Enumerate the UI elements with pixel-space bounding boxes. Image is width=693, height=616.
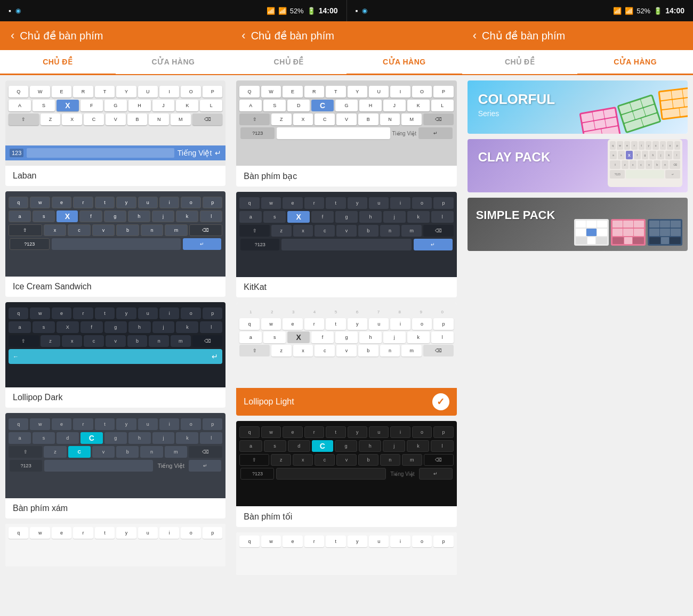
right-panel-title: Chủ đề bàn phím: [482, 29, 565, 42]
theme-lollipop-light-preview: 1 2 3 4 5 6 7 8 9 0 q: [236, 303, 456, 388]
tab-cua-hang-left[interactable]: CỬA HÀNG: [116, 50, 231, 74]
theme-silver-label: Bàn phím bạc: [236, 166, 456, 187]
tab-chu-de-right[interactable]: CHỦ ĐỀ: [462, 50, 578, 74]
theme-kitkat-label: KitKat: [236, 277, 456, 297]
theme-kitkat[interactable]: q w e r t y u i o p a: [236, 192, 456, 297]
left-panel-content: Q W E R T Y U I O P A: [0, 75, 231, 616]
middle-panel-content: Q W E R T Y U I O P A: [231, 75, 462, 616]
right-tab-bar: CHỦ ĐỀ CỬA HÀNG: [462, 50, 693, 75]
theme-lollipop-light-name: Lollipop Light: [244, 397, 294, 407]
colorful-series: Series: [478, 109, 499, 118]
battery-percent-right: 52%: [636, 7, 650, 15]
theme-dark[interactable]: q w e r t y u i o p a: [236, 421, 456, 527]
colorful-title: COLORFUL: [478, 91, 555, 108]
wifi-icon-left: 📶: [267, 7, 275, 15]
theme-lollipop-dark-preview: q w e r t y u i o p a: [5, 302, 225, 387]
status-bar-left: ▪ ◉ 📶 📶 52% 🔋 14:00: [0, 0, 346, 21]
theme-lollipop-dark[interactable]: q w e r t y u i o p a: [5, 302, 225, 408]
status-bar: ▪ ◉ 📶 📶 52% 🔋 14:00 ▪ ◉ 📶 📶 52% 🔋 14:00: [0, 0, 693, 21]
clay-keyboard-preview: q w e r t y u i o p a: [608, 139, 682, 187]
theme-partial-left[interactable]: q w e r t y u i o p: [5, 524, 225, 566]
theme-lollipop-dark-label: Lollipop Dark: [5, 387, 225, 408]
store-colorful-preview: COLORFUL Series: [468, 80, 688, 134]
theme-gray[interactable]: q w e r t y u i o p a: [5, 413, 225, 518]
theme-laban-label: Laban: [5, 166, 225, 186]
screenshot-icon-r: ▪: [356, 6, 358, 15]
left-tab-bar: CHỦ ĐỀ CỬA HÀNG: [0, 50, 231, 75]
time-right: 14:00: [665, 6, 684, 15]
theme-ics-preview: q w e r t y u i o p a: [5, 191, 225, 277]
wifi-icon-right: 📶: [613, 7, 622, 15]
sim-icon-r: ◉: [362, 7, 367, 14]
main-area: ‹ Chủ đề bàn phím CHỦ ĐỀ CỬA HÀNG Q W E …: [0, 21, 693, 616]
simple-title: SIMPLE PACK: [476, 208, 555, 222]
middle-back-arrow[interactable]: ‹: [241, 29, 245, 43]
store-clay-preview: CLAY PACK ✈ q w e r t y u i o: [468, 139, 688, 192]
battery-percent-left: 52%: [290, 7, 304, 15]
theme-partial-right[interactable]: q w e r t y u i o p: [236, 532, 456, 575]
clay-title: CLAY PACK: [478, 150, 551, 165]
time-left: 14:00: [319, 6, 338, 15]
left-panel-title: Chủ đề bàn phím: [20, 29, 103, 42]
store-simple-preview: SIMPLE PACK: [468, 198, 688, 251]
theme-laban[interactable]: Q W E R T Y U I O P A: [5, 80, 225, 186]
theme-lollipop-light[interactable]: 1 2 3 4 5 6 7 8 9 0 q: [236, 303, 456, 416]
theme-ics-label: Ice Cream Sandwich: [5, 277, 225, 297]
screenshot-icon: ▪: [9, 6, 11, 15]
signal-icon-left: 📶: [278, 7, 287, 15]
store-item-clay[interactable]: CLAY PACK ✈ q w e r t y u i o: [468, 139, 688, 192]
theme-silver-preview: Q W E R T Y U I O P A: [236, 80, 456, 166]
theme-lollipop-light-label-bar: Lollipop Light ✓: [236, 388, 456, 416]
tab-cua-hang-middle[interactable]: CỬA HÀNG: [346, 50, 462, 75]
sim-icon: ◉: [15, 7, 21, 14]
store-item-colorful[interactable]: COLORFUL Series: [468, 80, 688, 134]
theme-laban-preview: Q W E R T Y U I O P A: [5, 80, 225, 166]
colorful-keyboards-preview: [578, 84, 688, 134]
middle-panel-title: Chủ đề bàn phím: [251, 29, 334, 42]
left-header: ‹ Chủ đề bàn phím: [0, 21, 231, 50]
theme-selected-check: ✓: [432, 393, 449, 410]
middle-header: ‹ Chủ đề bàn phím: [231, 21, 462, 50]
theme-gray-label: Bàn phím xám: [5, 498, 225, 518]
store-item-simple[interactable]: SIMPLE PACK: [468, 198, 688, 251]
tab-chu-de-middle[interactable]: CHỦ ĐỀ: [231, 50, 346, 74]
right-header: ‹ Chủ đề bàn phím: [462, 21, 693, 50]
left-back-arrow[interactable]: ‹: [11, 29, 14, 43]
simple-keyboards-preview: [574, 219, 682, 246]
middle-panel: ‹ Chủ đề bàn phím CHỦ ĐỀ CỬA HÀNG Q W E …: [231, 21, 462, 616]
theme-silver[interactable]: Q W E R T Y U I O P A: [236, 80, 456, 187]
theme-gray-preview: q w e r t y u i o p a: [5, 413, 225, 498]
right-panel: ‹ Chủ đề bàn phím CHỦ ĐỀ CỬA HÀNG COLORF…: [462, 21, 693, 616]
tab-cua-hang-right[interactable]: CỬA HÀNG: [577, 50, 693, 75]
status-bar-right: ▪ ◉ 📶 📶 52% 🔋 14:00: [347, 0, 694, 21]
tab-chu-de-left[interactable]: CHỦ ĐỀ: [0, 50, 116, 75]
right-back-arrow[interactable]: ‹: [473, 29, 477, 43]
theme-ics[interactable]: q w e r t y u i o p a: [5, 191, 225, 297]
signal-icon-right: 📶: [625, 7, 633, 15]
battery-icon-left: 🔋: [307, 7, 316, 15]
theme-kitkat-preview: q w e r t y u i o p a: [236, 192, 456, 277]
right-panel-content: COLORFUL Series: [462, 75, 693, 616]
battery-icon-right: 🔋: [654, 7, 662, 15]
left-panel: ‹ Chủ đề bàn phím CHỦ ĐỀ CỬA HÀNG Q W E …: [0, 21, 231, 616]
theme-dark-preview: q w e r t y u i o p a: [236, 421, 456, 506]
middle-tab-bar: CHỦ ĐỀ CỬA HÀNG: [231, 50, 462, 75]
theme-dark-label: Bàn phím tối: [236, 506, 456, 527]
